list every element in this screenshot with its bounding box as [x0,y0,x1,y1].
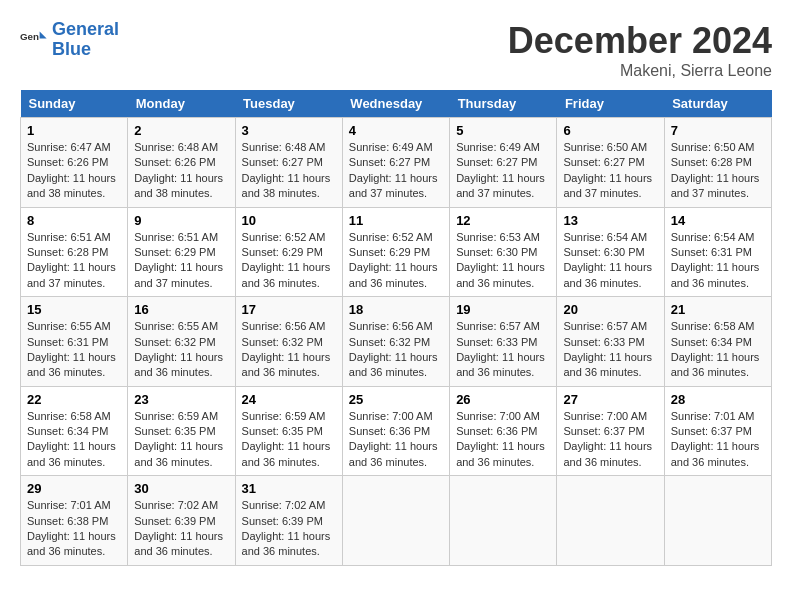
calendar-cell: 27 Sunrise: 7:00 AM Sunset: 6:37 PM Dayl… [557,386,664,476]
day-number: 22 [27,392,121,407]
day-detail: Sunrise: 7:02 AM Sunset: 6:39 PM Dayligh… [242,498,336,560]
calendar-cell [450,476,557,566]
calendar-cell: 8 Sunrise: 6:51 AM Sunset: 6:28 PM Dayli… [21,207,128,297]
svg-text:Gen: Gen [20,31,39,42]
calendar-cell [664,476,771,566]
calendar-cell: 11 Sunrise: 6:52 AM Sunset: 6:29 PM Dayl… [342,207,449,297]
day-number: 3 [242,123,336,138]
day-number: 21 [671,302,765,317]
day-number: 19 [456,302,550,317]
svg-marker-1 [40,31,47,38]
logo-text: General Blue [52,20,119,60]
day-number: 4 [349,123,443,138]
logo: Gen General Blue [20,20,119,60]
calendar-cell: 4 Sunrise: 6:49 AM Sunset: 6:27 PM Dayli… [342,118,449,208]
day-detail: Sunrise: 7:00 AM Sunset: 6:36 PM Dayligh… [456,409,550,471]
day-detail: Sunrise: 6:50 AM Sunset: 6:27 PM Dayligh… [563,140,657,202]
calendar-cell: 17 Sunrise: 6:56 AM Sunset: 6:32 PM Dayl… [235,297,342,387]
calendar-cell: 6 Sunrise: 6:50 AM Sunset: 6:27 PM Dayli… [557,118,664,208]
day-detail: Sunrise: 7:01 AM Sunset: 6:38 PM Dayligh… [27,498,121,560]
calendar-cell: 23 Sunrise: 6:59 AM Sunset: 6:35 PM Dayl… [128,386,235,476]
day-detail: Sunrise: 7:00 AM Sunset: 6:36 PM Dayligh… [349,409,443,471]
day-detail: Sunrise: 6:58 AM Sunset: 6:34 PM Dayligh… [27,409,121,471]
day-number: 13 [563,213,657,228]
day-detail: Sunrise: 6:58 AM Sunset: 6:34 PM Dayligh… [671,319,765,381]
day-number: 7 [671,123,765,138]
day-detail: Sunrise: 7:02 AM Sunset: 6:39 PM Dayligh… [134,498,228,560]
calendar-cell: 25 Sunrise: 7:00 AM Sunset: 6:36 PM Dayl… [342,386,449,476]
day-number: 2 [134,123,228,138]
calendar-cell: 28 Sunrise: 7:01 AM Sunset: 6:37 PM Dayl… [664,386,771,476]
calendar-cell: 2 Sunrise: 6:48 AM Sunset: 6:26 PM Dayli… [128,118,235,208]
day-detail: Sunrise: 6:52 AM Sunset: 6:29 PM Dayligh… [349,230,443,292]
day-number: 10 [242,213,336,228]
month-title: December 2024 [508,20,772,62]
day-number: 31 [242,481,336,496]
location: Makeni, Sierra Leone [508,62,772,80]
calendar-row: 1 Sunrise: 6:47 AM Sunset: 6:26 PM Dayli… [21,118,772,208]
header-monday: Monday [128,90,235,118]
calendar-cell: 18 Sunrise: 6:56 AM Sunset: 6:32 PM Dayl… [342,297,449,387]
calendar-cell: 20 Sunrise: 6:57 AM Sunset: 6:33 PM Dayl… [557,297,664,387]
calendar-cell: 26 Sunrise: 7:00 AM Sunset: 6:36 PM Dayl… [450,386,557,476]
day-detail: Sunrise: 6:56 AM Sunset: 6:32 PM Dayligh… [349,319,443,381]
calendar-cell: 7 Sunrise: 6:50 AM Sunset: 6:28 PM Dayli… [664,118,771,208]
day-detail: Sunrise: 6:50 AM Sunset: 6:28 PM Dayligh… [671,140,765,202]
calendar-cell: 3 Sunrise: 6:48 AM Sunset: 6:27 PM Dayli… [235,118,342,208]
day-detail: Sunrise: 6:56 AM Sunset: 6:32 PM Dayligh… [242,319,336,381]
day-number: 26 [456,392,550,407]
day-number: 18 [349,302,443,317]
day-detail: Sunrise: 6:59 AM Sunset: 6:35 PM Dayligh… [134,409,228,471]
day-detail: Sunrise: 6:54 AM Sunset: 6:31 PM Dayligh… [671,230,765,292]
day-number: 20 [563,302,657,317]
calendar-row: 8 Sunrise: 6:51 AM Sunset: 6:28 PM Dayli… [21,207,772,297]
day-detail: Sunrise: 6:55 AM Sunset: 6:32 PM Dayligh… [134,319,228,381]
calendar-cell: 24 Sunrise: 6:59 AM Sunset: 6:35 PM Dayl… [235,386,342,476]
calendar-table: Sunday Monday Tuesday Wednesday Thursday… [20,90,772,566]
day-number: 1 [27,123,121,138]
day-number: 14 [671,213,765,228]
weekday-header-row: Sunday Monday Tuesday Wednesday Thursday… [21,90,772,118]
day-number: 9 [134,213,228,228]
day-detail: Sunrise: 6:53 AM Sunset: 6:30 PM Dayligh… [456,230,550,292]
calendar-cell [557,476,664,566]
calendar-cell: 12 Sunrise: 6:53 AM Sunset: 6:30 PM Dayl… [450,207,557,297]
day-detail: Sunrise: 6:59 AM Sunset: 6:35 PM Dayligh… [242,409,336,471]
day-detail: Sunrise: 6:48 AM Sunset: 6:26 PM Dayligh… [134,140,228,202]
day-number: 11 [349,213,443,228]
day-detail: Sunrise: 6:55 AM Sunset: 6:31 PM Dayligh… [27,319,121,381]
day-detail: Sunrise: 6:48 AM Sunset: 6:27 PM Dayligh… [242,140,336,202]
calendar-row: 22 Sunrise: 6:58 AM Sunset: 6:34 PM Dayl… [21,386,772,476]
calendar-cell: 19 Sunrise: 6:57 AM Sunset: 6:33 PM Dayl… [450,297,557,387]
day-detail: Sunrise: 6:57 AM Sunset: 6:33 PM Dayligh… [563,319,657,381]
day-detail: Sunrise: 6:57 AM Sunset: 6:33 PM Dayligh… [456,319,550,381]
header-sunday: Sunday [21,90,128,118]
calendar-row: 29 Sunrise: 7:01 AM Sunset: 6:38 PM Dayl… [21,476,772,566]
calendar-cell: 1 Sunrise: 6:47 AM Sunset: 6:26 PM Dayli… [21,118,128,208]
header-thursday: Thursday [450,90,557,118]
day-detail: Sunrise: 6:54 AM Sunset: 6:30 PM Dayligh… [563,230,657,292]
day-detail: Sunrise: 7:01 AM Sunset: 6:37 PM Dayligh… [671,409,765,471]
day-number: 25 [349,392,443,407]
calendar-cell: 14 Sunrise: 6:54 AM Sunset: 6:31 PM Dayl… [664,207,771,297]
day-detail: Sunrise: 6:49 AM Sunset: 6:27 PM Dayligh… [456,140,550,202]
header-tuesday: Tuesday [235,90,342,118]
page-header: Gen General Blue December 2024 Makeni, S… [20,20,772,80]
calendar-cell: 30 Sunrise: 7:02 AM Sunset: 6:39 PM Dayl… [128,476,235,566]
calendar-cell: 31 Sunrise: 7:02 AM Sunset: 6:39 PM Dayl… [235,476,342,566]
day-number: 23 [134,392,228,407]
day-number: 6 [563,123,657,138]
day-number: 8 [27,213,121,228]
day-number: 29 [27,481,121,496]
day-number: 17 [242,302,336,317]
calendar-cell: 5 Sunrise: 6:49 AM Sunset: 6:27 PM Dayli… [450,118,557,208]
day-number: 28 [671,392,765,407]
header-friday: Friday [557,90,664,118]
calendar-cell: 29 Sunrise: 7:01 AM Sunset: 6:38 PM Dayl… [21,476,128,566]
calendar-cell [342,476,449,566]
day-detail: Sunrise: 6:51 AM Sunset: 6:28 PM Dayligh… [27,230,121,292]
calendar-cell: 16 Sunrise: 6:55 AM Sunset: 6:32 PM Dayl… [128,297,235,387]
day-number: 27 [563,392,657,407]
day-number: 12 [456,213,550,228]
calendar-cell: 9 Sunrise: 6:51 AM Sunset: 6:29 PM Dayli… [128,207,235,297]
